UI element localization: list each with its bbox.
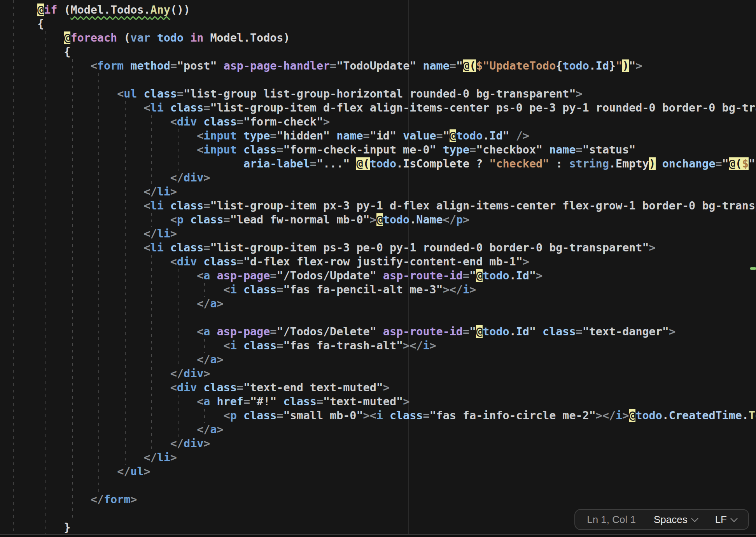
code-line[interactable]: </a> bbox=[0, 423, 756, 437]
code-line[interactable] bbox=[0, 311, 756, 325]
code-token: = bbox=[463, 269, 469, 282]
code-token bbox=[37, 493, 91, 506]
code-token: </ bbox=[144, 227, 157, 240]
code-line[interactable]: <p class="small mb-0"><i class="fas fa-i… bbox=[0, 409, 756, 423]
code-token bbox=[184, 31, 190, 44]
code-token: name bbox=[549, 143, 576, 156]
code-line[interactable]: </a> bbox=[0, 297, 756, 311]
indentation-label: Spaces bbox=[654, 514, 688, 526]
chevron-down-icon bbox=[730, 515, 737, 522]
code-line[interactable]: @if (Model.Todos.Any()) bbox=[0, 3, 756, 17]
code-token: < bbox=[224, 283, 230, 296]
code-token: asp-page bbox=[217, 269, 270, 282]
line-ending-label: LF bbox=[715, 514, 727, 526]
code-token: @( bbox=[463, 59, 476, 72]
code-token: "checkbox" bbox=[476, 143, 542, 156]
code-token: "fas fa-info-circle me-2" bbox=[430, 409, 596, 422]
code-token: li bbox=[157, 227, 170, 240]
code-token bbox=[37, 269, 197, 282]
code-line[interactable]: <li class="list-group-item px-3 py-1 d-f… bbox=[0, 199, 756, 213]
code-line[interactable]: </ul> bbox=[0, 465, 756, 479]
code-token: type bbox=[243, 129, 270, 142]
code-token: < bbox=[117, 87, 124, 100]
code-line[interactable] bbox=[0, 479, 756, 493]
code-token: i bbox=[230, 339, 237, 352]
code-line[interactable]: </li> bbox=[0, 451, 756, 465]
line-ending-selector[interactable]: LF bbox=[715, 514, 737, 526]
code-token: </ bbox=[197, 297, 210, 310]
code-token: "text-end text-muted" bbox=[243, 381, 383, 394]
code-line[interactable]: <li class="list-group-item d-flex align-… bbox=[0, 101, 756, 115]
indentation-selector[interactable]: Spaces bbox=[654, 514, 697, 526]
code-line[interactable]: <a href="#!" class="text-muted"> bbox=[0, 395, 756, 409]
code-line[interactable]: </form> bbox=[0, 493, 756, 507]
code-line[interactable]: </div> bbox=[0, 171, 756, 185]
code-token: " bbox=[443, 129, 450, 142]
code-token: "text-danger" bbox=[583, 325, 669, 338]
code-token: = bbox=[463, 325, 469, 338]
code-token: = bbox=[276, 339, 283, 352]
code-token: onchange bbox=[662, 157, 716, 170]
code-token: = bbox=[203, 241, 210, 254]
code-line[interactable]: aria-label="..." @(todo.IsComplete ? "ch… bbox=[0, 157, 756, 171]
code-token bbox=[37, 143, 197, 156]
code-line[interactable]: <a asp-page="/Todos/Update" asp-route-id… bbox=[0, 269, 756, 283]
code-token: class bbox=[243, 143, 276, 156]
code-line[interactable]: </li> bbox=[0, 227, 756, 241]
code-token bbox=[164, 101, 170, 114]
code-token: " bbox=[629, 59, 635, 72]
code-token: < bbox=[144, 199, 150, 212]
code-token: class bbox=[243, 339, 276, 352]
code-token bbox=[542, 143, 549, 156]
code-token bbox=[37, 339, 224, 352]
code-line[interactable]: <ul class="list-group list-group-horizon… bbox=[0, 87, 756, 101]
code-line[interactable]: </div> bbox=[0, 437, 756, 451]
code-token: < bbox=[170, 115, 177, 128]
code-token: ></ bbox=[403, 339, 423, 352]
code-line[interactable]: <a asp-page="/Todos/Delete" asp-route-id… bbox=[0, 325, 756, 339]
code-token: "form-check" bbox=[243, 115, 323, 128]
code-line[interactable]: <li class="list-group-item ps-3 pe-0 py-… bbox=[0, 241, 756, 255]
code-token bbox=[37, 171, 170, 184]
code-editor[interactable]: @if (Model.Todos.Any()){ @foreach (var t… bbox=[0, 3, 756, 535]
panel-edge bbox=[0, 535, 756, 537]
code-token: < bbox=[197, 129, 203, 142]
code-token: i bbox=[463, 283, 469, 296]
code-token: " bbox=[722, 157, 729, 170]
code-line[interactable]: <p class="lead fw-normal mb-0">@todo.Nam… bbox=[0, 213, 756, 227]
code-token: p bbox=[456, 213, 463, 226]
code-line[interactable] bbox=[0, 73, 756, 87]
code-token: input bbox=[203, 143, 236, 156]
code-token: = bbox=[716, 157, 722, 170]
code-line[interactable]: <input type="hidden" name="id" value="@t… bbox=[0, 129, 756, 143]
code-line[interactable]: @foreach (var todo in Model.Todos) bbox=[0, 31, 756, 45]
code-token bbox=[396, 129, 403, 142]
code-token bbox=[330, 129, 336, 142]
code-token: </ bbox=[197, 423, 210, 436]
code-token: "fas fa-pencil-alt me-3" bbox=[283, 283, 443, 296]
cursor-position[interactable]: Ln 1, Col 1 bbox=[587, 514, 636, 526]
code-token: div bbox=[184, 367, 203, 380]
code-token: < bbox=[224, 339, 230, 352]
code-token: input bbox=[203, 129, 236, 142]
code-token: > bbox=[622, 409, 629, 422]
code-line[interactable]: <div class="text-end text-muted"> bbox=[0, 381, 756, 395]
code-line[interactable]: <div class="form-check"> bbox=[0, 115, 756, 129]
code-line[interactable]: <form method="post" asp-page-handler="To… bbox=[0, 59, 756, 73]
code-token: foreach bbox=[70, 31, 117, 44]
code-line[interactable]: <i class="fas fa-pencil-alt me-3"></i> bbox=[0, 283, 756, 297]
code-line[interactable]: </li> bbox=[0, 185, 756, 199]
code-token: > bbox=[469, 283, 476, 296]
code-line[interactable]: { bbox=[0, 17, 756, 31]
code-token: todo bbox=[635, 409, 662, 422]
code-line[interactable]: </a> bbox=[0, 353, 756, 367]
code-token: < bbox=[144, 101, 150, 114]
code-token: > bbox=[203, 171, 210, 184]
code-token: " bbox=[469, 325, 476, 338]
code-token: @ bbox=[376, 213, 383, 226]
code-line[interactable]: <input class="form-check-input me-0" typ… bbox=[0, 143, 756, 157]
code-line[interactable]: { bbox=[0, 45, 756, 59]
code-line[interactable]: </div> bbox=[0, 367, 756, 381]
code-line[interactable]: <div class="d-flex flex-row justify-cont… bbox=[0, 255, 756, 269]
code-line[interactable]: <i class="fas fa-trash-alt"></i> bbox=[0, 339, 756, 353]
